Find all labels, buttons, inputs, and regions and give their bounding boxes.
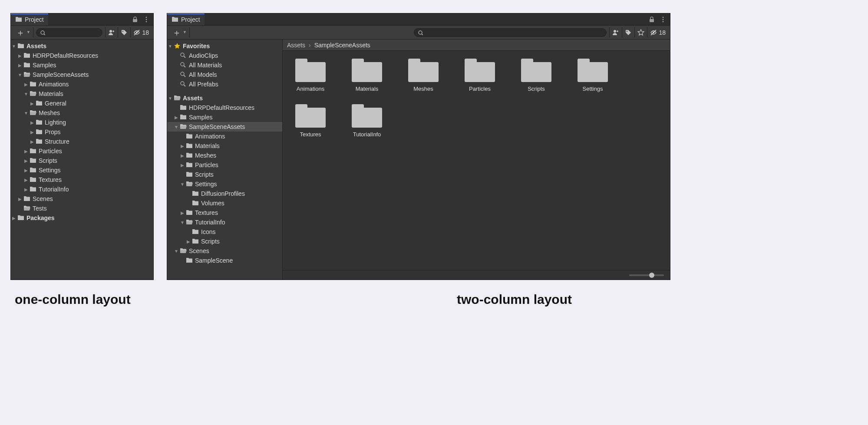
tree-row[interactable]: ▶AudioClips xyxy=(167,51,282,60)
asset-grid-item[interactable]: Scripts xyxy=(515,59,557,92)
asset-grid-item[interactable]: Materials xyxy=(346,59,388,92)
tree-row[interactable]: ▼SampleSceneAssets xyxy=(11,70,153,79)
tree-row[interactable]: ▶Meshes xyxy=(167,151,282,160)
chevron-right-icon[interactable]: ▶ xyxy=(29,120,35,125)
tree-row[interactable]: ▶Props xyxy=(11,127,153,137)
chevron-right-icon[interactable]: ▶ xyxy=(173,115,179,120)
tree-row[interactable]: ▶Textures xyxy=(11,175,153,184)
chevron-right-icon[interactable]: ▶ xyxy=(179,153,185,158)
tree-row[interactable]: ▶DiffusionProfiles xyxy=(167,189,282,198)
search-by-type-button[interactable] xyxy=(609,27,622,38)
tab-project[interactable]: Project xyxy=(11,13,48,25)
search-by-label-button[interactable] xyxy=(118,27,130,38)
chevron-down-icon[interactable]: ▼ xyxy=(173,125,179,129)
chevron-down-icon[interactable]: ▼ xyxy=(17,72,23,77)
tree-row[interactable]: ▶General xyxy=(11,99,153,108)
hidden-items-toggle[interactable]: 18 xyxy=(647,27,668,38)
tree-row[interactable]: ▼Settings xyxy=(167,179,282,189)
thumbnail-size-slider[interactable] xyxy=(629,274,664,276)
tree-row[interactable]: ▶Samples xyxy=(167,112,282,122)
tree-row[interactable]: ▼SampleSceneAssets xyxy=(167,122,282,132)
tree-row[interactable]: ▶Particles xyxy=(167,160,282,170)
breadcrumb[interactable]: Assets›SampleSceneAssets xyxy=(283,40,670,51)
add-button[interactable]: ＋▼ xyxy=(13,27,33,38)
save-search-button[interactable] xyxy=(634,27,647,38)
tree-row[interactable]: ▶Scripts xyxy=(167,237,282,246)
tree-row[interactable]: ▶All Prefabs xyxy=(167,79,282,89)
search-by-label-button[interactable] xyxy=(622,27,634,38)
tree-row[interactable]: ▼Assets xyxy=(167,93,282,103)
breadcrumb-item[interactable]: SampleSceneAssets xyxy=(314,42,370,49)
chevron-down-icon[interactable]: ▼ xyxy=(167,96,173,101)
tree-row[interactable]: ▶Volumes xyxy=(167,198,282,208)
asset-grid-item[interactable]: Settings xyxy=(572,59,614,92)
tree-row[interactable]: ▶Materials xyxy=(167,141,282,151)
asset-grid-item[interactable]: TutorialInfo xyxy=(346,104,388,138)
chevron-right-icon[interactable]: ▶ xyxy=(179,144,185,148)
search-by-type-button[interactable] xyxy=(105,27,118,38)
folder-tree[interactable]: ▼Assets▶HDRPDefaultResources▶Samples▼Sam… xyxy=(11,40,153,224)
asset-grid-item[interactable]: Particles xyxy=(459,59,501,92)
chevron-down-icon[interactable]: ▼ xyxy=(173,249,179,254)
lock-icon[interactable] xyxy=(648,16,655,23)
tree-row[interactable]: ▶All Models xyxy=(167,70,282,79)
chevron-right-icon[interactable]: ▶ xyxy=(23,168,29,173)
tree-row[interactable]: ▶Scripts xyxy=(11,156,153,165)
tree-row[interactable]: ▶Particles xyxy=(11,146,153,156)
chevron-down-icon[interactable]: ▼ xyxy=(11,44,17,49)
chevron-right-icon[interactable]: ▶ xyxy=(23,82,29,87)
tree-row[interactable]: ▶HDRPDefaultResources xyxy=(11,51,153,60)
asset-grid-item[interactable]: Meshes xyxy=(403,59,444,92)
chevron-right-icon[interactable]: ▶ xyxy=(11,216,17,221)
chevron-right-icon[interactable]: ▶ xyxy=(185,239,191,244)
tree-row[interactable]: ▶All Materials xyxy=(167,60,282,70)
folder-tree[interactable]: ▼Favorites▶AudioClips▶All Materials▶All … xyxy=(167,40,282,267)
tree-row[interactable]: ▶Textures xyxy=(167,208,282,217)
asset-grid-item[interactable]: Textures xyxy=(290,104,331,138)
chevron-right-icon[interactable]: ▶ xyxy=(17,63,23,68)
search-input[interactable] xyxy=(414,28,607,37)
tree-row[interactable]: ▶SampleScene xyxy=(167,256,282,265)
chevron-down-icon[interactable]: ▼ xyxy=(179,182,185,187)
search-input[interactable] xyxy=(36,28,103,37)
chevron-right-icon[interactable]: ▶ xyxy=(179,211,185,215)
tree-row[interactable]: ▶TutorialInfo xyxy=(11,184,153,194)
chevron-right-icon[interactable]: ▶ xyxy=(23,187,29,192)
breadcrumb-item[interactable]: Assets xyxy=(287,42,305,49)
chevron-right-icon[interactable]: ▶ xyxy=(23,149,29,154)
chevron-right-icon[interactable]: ▶ xyxy=(29,139,35,144)
chevron-right-icon[interactable]: ▶ xyxy=(17,197,23,201)
tree-row[interactable]: ▶Samples xyxy=(11,60,153,70)
asset-grid[interactable]: AnimationsMaterialsMeshesParticlesScript… xyxy=(283,51,670,270)
chevron-right-icon[interactable]: ▶ xyxy=(17,53,23,58)
more-icon[interactable] xyxy=(143,16,150,23)
tree-row[interactable]: ▶Scenes xyxy=(11,194,153,204)
tree-row[interactable]: ▶Animations xyxy=(11,79,153,89)
tree-row[interactable]: ▶Packages xyxy=(11,213,153,223)
tab-project[interactable]: Project xyxy=(167,13,205,25)
chevron-down-icon[interactable]: ▼ xyxy=(23,111,29,115)
chevron-down-icon[interactable]: ▼ xyxy=(23,92,29,96)
more-icon[interactable] xyxy=(660,16,667,23)
chevron-down-icon[interactable]: ▼ xyxy=(179,220,185,225)
hidden-items-toggle[interactable]: 18 xyxy=(130,27,152,38)
tree-row[interactable]: ▶Animations xyxy=(167,132,282,141)
tree-row[interactable]: ▶Structure xyxy=(11,137,153,146)
tree-row[interactable]: ▶Lighting xyxy=(11,118,153,127)
lock-icon[interactable] xyxy=(132,16,139,23)
add-button[interactable]: ＋▼ xyxy=(169,27,190,38)
chevron-right-icon[interactable]: ▶ xyxy=(179,163,185,168)
tree-row[interactable]: ▼Assets xyxy=(11,41,153,51)
chevron-right-icon[interactable]: ▶ xyxy=(23,178,29,182)
chevron-down-icon[interactable]: ▼ xyxy=(167,44,173,49)
tree-row[interactable]: ▼Meshes xyxy=(11,108,153,118)
tree-row[interactable]: ▶HDRPDefaultResources xyxy=(167,103,282,112)
tree-row[interactable]: ▶Settings xyxy=(11,165,153,175)
chevron-right-icon[interactable]: ▶ xyxy=(29,130,35,135)
tree-row[interactable]: ▼TutorialInfo xyxy=(167,217,282,227)
tree-row[interactable]: ▶Icons xyxy=(167,227,282,237)
tree-row[interactable]: ▼Materials xyxy=(11,89,153,99)
tree-row[interactable]: ▼Scenes xyxy=(167,246,282,256)
tree-row[interactable]: ▶Tests xyxy=(11,204,153,213)
chevron-right-icon[interactable]: ▶ xyxy=(29,101,35,106)
